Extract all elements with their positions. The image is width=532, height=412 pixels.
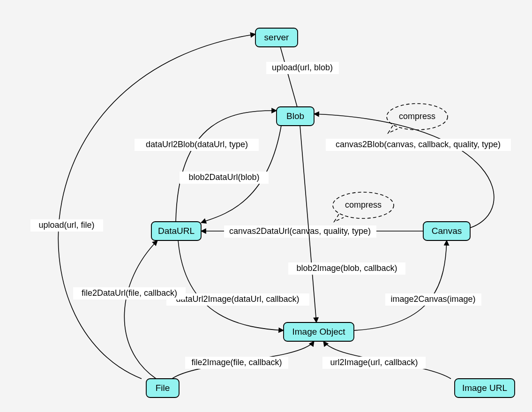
svg-text:Blob: Blob — [286, 111, 304, 121]
edge-image2canvas-label: image2Canvas(image) — [390, 294, 475, 304]
edge-canvas2blob-label: canvas2Blob(canvas, callback, quality, t… — [336, 140, 501, 149]
svg-text:Image Object: Image Object — [292, 327, 346, 337]
node-imageobject: Image Object — [284, 322, 354, 341]
svg-text:compress: compress — [399, 112, 435, 121]
edge-upload-file-label: upload(url, file) — [38, 220, 94, 230]
edge-canvas2dataurl-label: canvas2DataUrl(canvas, quality, type) — [229, 226, 371, 236]
bubble-compress-2: compress — [333, 192, 394, 222]
svg-text:Canvas: Canvas — [432, 226, 462, 236]
svg-text:Image URL: Image URL — [462, 383, 507, 393]
edge-file2dataurl — [124, 240, 157, 379]
edge-blob2image-label: blob2Image(blob, callback) — [296, 263, 397, 273]
edge-file2image-label: file2Image(file, callback) — [191, 358, 282, 367]
edge-blob2dataurl-label: blob2DataUrl(blob) — [188, 172, 259, 182]
svg-text:DataURL: DataURL — [158, 226, 195, 236]
svg-text:compress: compress — [345, 200, 382, 210]
edge-upload-file — [58, 34, 255, 379]
edge-file2dataurl-label: file2DataUrl(file, callback) — [82, 288, 177, 298]
edge-upload-blob-label: upload(url, blob) — [272, 63, 333, 72]
edge-image2canvas — [354, 240, 447, 330]
svg-text:server: server — [264, 32, 289, 42]
edge-blob2image — [300, 126, 316, 322]
node-imageurl: Image URL — [455, 379, 515, 397]
svg-text:File: File — [156, 383, 170, 393]
edge-dataurl2blob — [176, 111, 277, 222]
edge-url2image-label: url2Image(url, callback) — [330, 358, 418, 367]
node-canvas: Canvas — [423, 222, 470, 240]
edge-canvas2blob — [314, 114, 494, 228]
node-dataurl: DataURL — [151, 222, 201, 240]
edge-dataurl2image — [178, 240, 284, 330]
edge-dataurl2blob-label: dataUrl2Blob(dataUrl, type) — [146, 140, 248, 149]
edge-dataurl2image-label: dataUrl2Image(dataUrl, callback) — [176, 294, 299, 304]
node-server: server — [255, 28, 298, 47]
node-blob: Blob — [277, 107, 314, 126]
bubble-compress-1: compress — [387, 104, 448, 133]
node-file: File — [146, 379, 179, 397]
